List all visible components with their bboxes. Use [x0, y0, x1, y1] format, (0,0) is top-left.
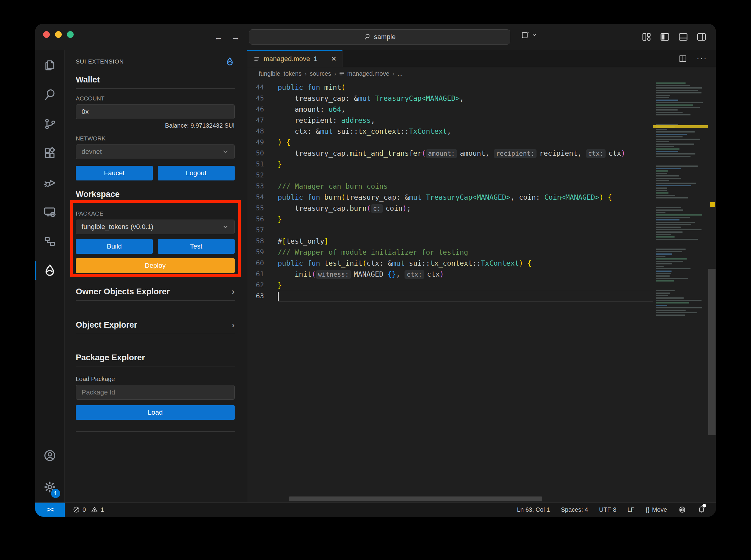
code-editor[interactable]: 44public fun mint(45 treasury_cap: &mut … [247, 80, 716, 502]
test-button[interactable]: Test [158, 239, 235, 254]
code-line[interactable]: 57 [247, 225, 653, 236]
tab-problem-count: 1 [314, 55, 317, 63]
package-id-input[interactable] [76, 385, 235, 400]
sui-droplet-icon [225, 57, 235, 66]
activity-source-control[interactable] [35, 109, 64, 139]
owner-objects-explorer-heading: Owner Objects Explorer [76, 287, 170, 297]
toggle-secondary-sidebar-icon[interactable] [696, 32, 707, 42]
indentation[interactable]: Spaces: 4 [561, 506, 588, 513]
load-package-label: Load Package [76, 376, 235, 383]
chevron-right-icon[interactable]: › [232, 286, 235, 297]
logout-button[interactable]: Logout [158, 166, 235, 180]
sui-extension-sidebar: SUI EXTENSION Wallet ACCOUNT Balance: 9.… [65, 50, 247, 502]
files-icon [43, 59, 57, 72]
network-select[interactable]: devnet [76, 144, 235, 159]
forward-arrow-icon[interactable]: → [231, 32, 240, 42]
breadcrumb-item[interactable]: fungible_tokens [259, 70, 302, 77]
code-line[interactable]: 46 amount: u64, [247, 104, 653, 115]
eol[interactable]: LF [627, 506, 634, 513]
activity-search[interactable] [35, 80, 64, 109]
balance-text: Balance: 9.97132432 SUI [76, 122, 235, 129]
code-line[interactable]: 60public fun test_init(ctx: &mut sui::tx… [247, 258, 653, 269]
chevron-down-icon [222, 223, 229, 230]
activity-run-debug[interactable] [35, 168, 64, 197]
account-input[interactable] [76, 104, 235, 119]
breadcrumb-item[interactable]: ... [398, 70, 403, 77]
toggle-primary-sidebar-icon[interactable] [660, 32, 670, 42]
code-line[interactable]: 50 treasury_cap.mint_and_transfer(amount… [247, 148, 653, 159]
code-line[interactable]: 58#[test_only] [247, 236, 653, 247]
braces-icon: {} [646, 506, 650, 513]
layout-sparkle-icon [521, 31, 530, 40]
package-value: fungible_tokens (v0.0.1) [81, 223, 153, 231]
search-icon [364, 33, 371, 41]
toggle-panel-icon[interactable] [678, 32, 688, 42]
activity-explorer[interactable] [35, 51, 64, 80]
package-select[interactable]: fungible_tokens (v0.0.1) [76, 220, 235, 234]
code-line[interactable]: 62} [247, 280, 653, 291]
load-button[interactable]: Load [76, 405, 235, 420]
code-line[interactable]: 63 [247, 291, 653, 302]
close-window-button[interactable] [43, 31, 50, 38]
copilot-icon[interactable] [678, 505, 687, 514]
code-line[interactable]: 51} [247, 159, 653, 170]
cursor-position[interactable]: Ln 63, Col 1 [517, 506, 550, 513]
close-tab-icon[interactable]: ✕ [331, 55, 337, 63]
package-explorer-heading: Package Explorer [76, 353, 145, 362]
activity-extensions[interactable] [35, 139, 64, 168]
warning-marker [710, 202, 715, 207]
code-line[interactable]: 47 recipient: address, [247, 115, 653, 126]
remote-indicator[interactable]: >< [35, 503, 65, 517]
deploy-button[interactable]: Deploy [76, 258, 235, 273]
horizontal-scrollbar-thumb[interactable] [289, 497, 542, 501]
diagram-icon [43, 235, 57, 248]
tab-managed-move[interactable]: managed.move 1 ✕ [247, 50, 343, 67]
code-line[interactable]: 54public fun burn(treasury_cap: &mut Tre… [247, 192, 653, 203]
back-arrow-icon[interactable]: ← [214, 32, 223, 42]
breadcrumb-item[interactable]: sources [310, 70, 331, 77]
command-center-search[interactable]: sample [249, 29, 510, 45]
activity-remote-explorer[interactable] [35, 197, 64, 226]
vscode-window: ← → sample [35, 24, 716, 517]
notifications-bell[interactable] [697, 505, 706, 515]
more-actions-icon[interactable]: ··· [697, 54, 707, 63]
error-count: 0 [82, 506, 86, 513]
language-mode[interactable]: {} Move [646, 506, 667, 513]
split-editor-icon[interactable] [678, 54, 688, 63]
text-cursor [278, 292, 278, 301]
minimap[interactable] [653, 80, 708, 502]
problems-indicator[interactable]: 0 1 [73, 506, 104, 513]
overview-ruler [708, 80, 716, 502]
faucet-button[interactable]: Faucet [76, 166, 153, 180]
vertical-scrollbar-thumb[interactable] [708, 269, 716, 435]
activity-sui-extension[interactable] [35, 256, 64, 285]
code-line[interactable]: 59/// Wrapper of module initializer for … [247, 247, 653, 258]
activity-settings[interactable]: 1 [35, 472, 64, 502]
code-line[interactable]: 52 [247, 170, 653, 181]
git-branch-icon [43, 117, 57, 131]
breadcrumb-item[interactable]: managed.move [339, 70, 389, 77]
extensions-icon [43, 146, 57, 160]
debug-icon [43, 176, 57, 189]
code-line[interactable]: 49) { [247, 137, 653, 148]
code-line[interactable]: 56} [247, 214, 653, 225]
zoom-window-button[interactable] [67, 31, 74, 38]
account-label: ACCOUNT [76, 95, 235, 102]
code-line[interactable]: 45 treasury_cap: &mut TreasuryCap<MANAGE… [247, 93, 653, 104]
customize-layout-icon[interactable] [641, 32, 652, 42]
search-icon [43, 88, 57, 101]
breadcrumb-separator: › [392, 70, 394, 77]
minimize-window-button[interactable] [55, 31, 62, 38]
encoding[interactable]: UTF-8 [599, 506, 617, 513]
minimap-content [655, 81, 706, 322]
build-button[interactable]: Build [76, 239, 153, 254]
chevron-right-icon[interactable]: › [232, 320, 235, 330]
code-line[interactable]: 61 init(witness:MANAGED {}, ctx:ctx) [247, 269, 653, 280]
customize-layout-dropdown[interactable] [521, 31, 537, 40]
code-line[interactable]: 55 treasury_cap.burn(c:coin); [247, 203, 653, 214]
code-line[interactable]: 48 ctx: &mut sui::tx_context::TxContext, [247, 126, 653, 137]
code-line[interactable]: 44public fun mint( [247, 82, 653, 93]
code-line[interactable]: 53/// Manager can burn coins [247, 181, 653, 192]
activity-diagram[interactable] [35, 226, 64, 256]
activity-account[interactable] [35, 442, 64, 472]
